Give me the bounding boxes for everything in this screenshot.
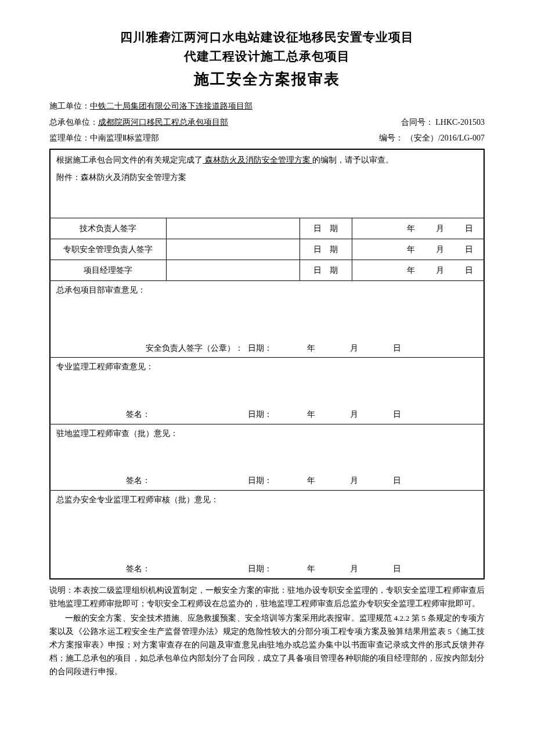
year-unit: 年 [307,563,315,575]
title-line-1: 四川雅砻江两河口水电站建设征地移民安置专业项目 [49,29,485,46]
serial-label: 编号： [379,134,403,142]
sig-row-pm: 项目经理签字 日 期 年 月 日 [50,260,484,281]
opinion-date-label: 日期： [248,409,272,420]
opinion-general-contract: 总承包项目部审查意见： 安全负责人签字（公章）： 日期： 年 月 日 [50,281,484,358]
contract-no-label: 合同号： [401,118,434,127]
info-row-construction: 施工单位： 中铁二十局集团有限公司洛下连接道路项目部 [49,100,485,112]
opinion-sig-label: 签名： [56,475,248,487]
opinion-resident-supervisor: 驻地监理工程师审查（批）意见： 签名： 日期： 年 月 日 [50,424,484,490]
year-unit: 年 [407,223,415,235]
sig-row-safety: 专职安全管理负责人签字 日 期 年 月 日 [50,239,484,260]
month-unit: 月 [350,563,358,575]
opinion-chief-supervisor: 总监办安全专业监理工程师审核（批）意见： 签名： 日期： 年 月 日 [50,490,484,579]
opinion-sig-label: 安全负责人签字（公章）： [56,343,248,354]
sig-value [166,239,300,260]
intro-prefix: 根据施工承包合同文件的有关规定完成了 [56,156,203,164]
year-unit: 年 [407,265,415,276]
year-unit: 年 [307,409,315,420]
serial-value: （安全）/2016/LG-007 [406,134,485,142]
sig-date-value: 年 月 日 [352,218,484,239]
year-unit: 年 [307,343,315,354]
intro-suffix: 的编制，请予以审查。 [312,156,394,164]
day-unit: 日 [393,343,401,354]
notes-p2: 一般的安全方案、安全技术措施、应急救援预案、安全培训等方案采用此表报审。监理规范… [49,612,485,679]
sig-row-tech: 技术负责人签字 日 期 年 月 日 [50,218,484,239]
opinion-sig-label: 签名： [56,409,248,420]
day-unit: 日 [393,475,401,487]
sig-date-label: 日 期 [300,218,352,239]
opinion-title: 驻地监理工程师审查（批）意见： [56,428,478,440]
year-unit: 年 [407,244,415,255]
sig-date-value: 年 月 日 [352,260,484,281]
intro-scheme: 森林防火及消防安全管理方案 [203,156,312,164]
month-unit: 月 [350,343,358,354]
construction-unit-label: 施工单位： [49,100,90,112]
info-row-contract: 总承包单位： 成都院两河口移民工程总承包项目部 合同号： LHKC-201503 [49,117,485,128]
info-row-supervision: 监理单位： 中南监理Ⅱ标监理部 编号： （安全）/2016/LG-007 [49,132,485,144]
sig-label: 技术负责人签字 [50,218,166,239]
sig-label: 专职安全管理负责人签字 [50,239,166,260]
opinion-date-label: 日期： [248,563,272,575]
day-unit: 日 [465,244,473,255]
contract-no-value: LHKC-201503 [435,118,485,127]
opinion-title: 总承包项目部审查意见： [56,285,478,296]
month-unit: 月 [350,475,358,487]
construction-unit-value: 中铁二十局集团有限公司洛下连接道路项目部 [90,100,252,112]
attachment-label: 附件： [56,173,81,182]
general-contract-value: 成都院两河口移民工程总承包项目部 [98,117,228,128]
opinion-date-label: 日期： [248,475,272,487]
supervision-unit-value: 中南监理Ⅱ标监理部 [90,132,159,144]
general-contract-label: 总承包单位： [49,117,98,128]
sig-date-value: 年 月 日 [352,239,484,260]
year-unit: 年 [307,475,315,487]
opinion-title: 总监办安全专业监理工程师审核（批）意见： [56,494,478,506]
sig-date-label: 日 期 [300,260,352,281]
attachment-value: 森林防火及消防安全管理方案 [81,173,186,182]
month-unit: 月 [436,223,444,235]
form-title: 施工安全方案报审表 [49,69,485,90]
sig-value [166,218,300,239]
day-unit: 日 [465,223,473,235]
opinion-sig-label: 签名： [56,563,248,575]
month-unit: 月 [436,265,444,276]
day-unit: 日 [393,563,401,575]
notes-p1: 说明：本表按二级监理组织机构设置制定，一般安全方案的审批：驻地办设专职安全监理的… [49,584,485,611]
day-unit: 日 [465,265,473,276]
sig-date-label: 日 期 [300,239,352,260]
day-unit: 日 [393,409,401,420]
opinion-pro-supervisor: 专业监理工程师审查意见： 签名： 日期： 年 月 日 [50,358,484,424]
month-unit: 月 [436,244,444,255]
title-block: 四川雅砻江两河口水电站建设征地移民安置专业项目 代建工程设计施工总承包项目 施工… [49,29,485,90]
supervision-unit-label: 监理单位： [49,132,90,144]
intro-cell: 根据施工承包合同文件的有关规定完成了 森林防火及消防安全管理方案 的编制，请予以… [50,149,484,218]
opinion-title: 专业监理工程师审查意见： [56,361,478,373]
sig-label: 项目经理签字 [50,260,166,281]
main-table: 根据施工承包合同文件的有关规定完成了 森林防火及消防安全管理方案 的编制，请予以… [49,149,485,579]
month-unit: 月 [350,409,358,420]
sig-value [166,260,300,281]
title-line-2: 代建工程设计施工总承包项目 [49,48,485,65]
notes-block: 说明：本表按二级监理组织机构设置制定，一般安全方案的审批：驻地办设专职安全监理的… [49,584,485,679]
opinion-date-label: 日期： [248,343,272,354]
